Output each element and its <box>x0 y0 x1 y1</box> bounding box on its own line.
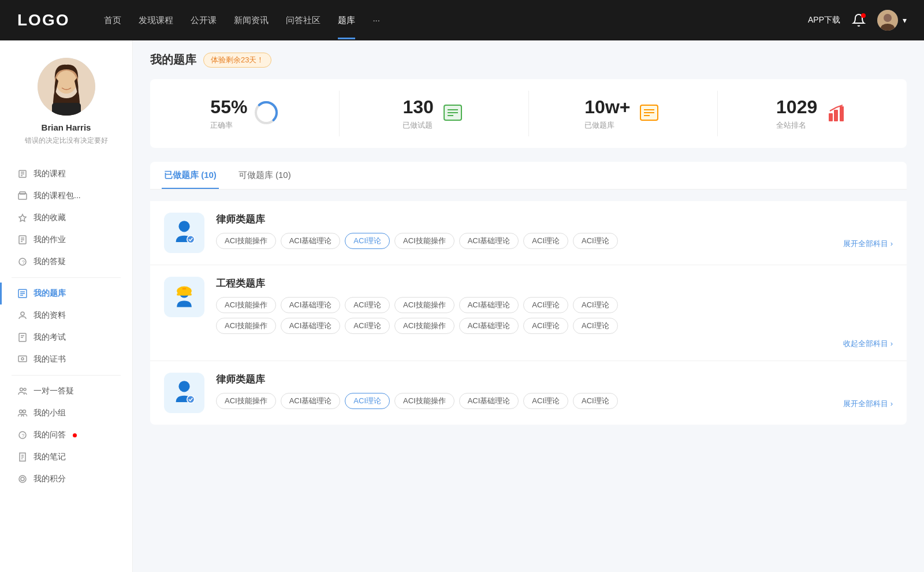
stat-done-banks-left: 10w+ 已做题库 <box>584 96 630 131</box>
tag-3-0[interactable]: ACI技能操作 <box>216 393 276 409</box>
group-icon <box>17 408 28 418</box>
sidebar-item-my-qa-label: 我的问答 <box>33 430 66 440</box>
stat-done-questions: 130 已做试题 <box>340 91 529 136</box>
my-qa-icon: ? <box>17 430 28 440</box>
user-chevron-icon: ▾ <box>903 16 907 25</box>
qbank-3-header: 律师类题库 ACI技能操作 ACI基础理论 ACI理论 ACI技能操作 ACI基… <box>164 373 893 413</box>
nav-open-course[interactable]: 公开课 <box>191 12 217 29</box>
tag-1-3[interactable]: ACI技能操作 <box>394 233 454 249</box>
sidebar-item-points[interactable]: 我的积分 <box>0 468 132 490</box>
sidebar-item-my-qa[interactable]: ? 我的问答 <box>0 424 132 446</box>
stat-accuracy-value: 55% <box>210 96 247 118</box>
sidebar-item-cert[interactable]: 我的证书 <box>0 348 132 370</box>
trial-badge: 体验剩余23天！ <box>203 53 271 68</box>
nav-qbank[interactable]: 题库 <box>338 12 355 29</box>
tag-2-6[interactable]: ACI理论 <box>573 297 618 313</box>
svg-rect-52 <box>840 106 844 121</box>
tag-2-1[interactable]: ACI基础理论 <box>281 297 341 313</box>
sidebar-item-notes[interactable]: 我的笔记 <box>0 446 132 468</box>
nav: 首页 发现课程 公开课 新闻资讯 问答社区 题库 ··· <box>104 12 808 29</box>
main-content: 我的题库 体验剩余23天！ 55% 正确率 <box>133 40 924 572</box>
notification-bell-icon[interactable] <box>852 13 866 27</box>
sidebar-item-favorites[interactable]: 我的收藏 <box>0 207 132 229</box>
tag-1-6[interactable]: ACI理论 <box>573 233 618 249</box>
qbank-1-header: 律师类题库 ACI技能操作 ACI基础理论 ACI理论 ACI技能操作 ACI基… <box>164 213 893 253</box>
profile-icon <box>17 310 28 321</box>
profile-motto: 错误的决定比没有决定要好 <box>25 136 108 146</box>
qbank-1-tags: ACI技能操作 ACI基础理论 ACI理论 ACI技能操作 ACI基础理论 AC… <box>216 233 893 249</box>
nav-discover[interactable]: 发现课程 <box>139 12 173 29</box>
app-download-button[interactable]: APP下载 <box>808 15 840 25</box>
tag-3-1[interactable]: ACI基础理论 <box>281 393 341 409</box>
tab-done-banks[interactable]: 已做题库 (10) <box>162 162 219 189</box>
tag-2-extra-2[interactable]: ACI理论 <box>345 318 390 334</box>
tag-3-3[interactable]: ACI技能操作 <box>394 393 454 409</box>
tag-3-6[interactable]: ACI理论 <box>573 393 618 409</box>
tab-available-banks[interactable]: 可做题库 (10) <box>236 162 293 189</box>
stat-done-banks-label: 已做题库 <box>584 120 630 131</box>
tag-2-4[interactable]: ACI基础理论 <box>459 297 519 313</box>
tag-1-1[interactable]: ACI基础理论 <box>281 233 341 249</box>
tag-2-extra-4[interactable]: ACI基础理论 <box>459 318 519 334</box>
tag-2-3[interactable]: ACI技能操作 <box>394 297 454 313</box>
nav-news[interactable]: 新闻资讯 <box>234 12 269 29</box>
qbank-3-expand[interactable]: 展开全部科目 › <box>843 399 893 409</box>
sidebar-item-qa-label: 我的答疑 <box>33 257 66 267</box>
qbank-item-1: 律师类题库 ACI技能操作 ACI基础理论 ACI理论 ACI技能操作 ACI基… <box>150 201 907 265</box>
page-title: 我的题库 <box>150 52 196 68</box>
tag-1-5[interactable]: ACI理论 <box>523 233 568 249</box>
svg-point-59 <box>178 381 189 392</box>
tag-2-extra-0[interactable]: ACI技能操作 <box>216 318 276 334</box>
sidebar-item-exam[interactable]: 我的考试 <box>0 326 132 348</box>
cert-icon <box>17 354 28 365</box>
sidebar-item-homework[interactable]: 我的作业 <box>0 229 132 251</box>
tag-1-2[interactable]: ACI理论 <box>345 233 390 249</box>
sidebar-menu: 我的课程 我的课程包... 我的收藏 我的作业 <box>0 163 132 490</box>
profile-section: Brian Harris 错误的决定比没有决定要好 <box>0 40 132 157</box>
nav-qa[interactable]: 问答社区 <box>286 12 321 29</box>
tag-3-5[interactable]: ACI理论 <box>523 393 568 409</box>
user-avatar-wrap[interactable]: ▾ <box>877 10 907 31</box>
sidebar-item-course[interactable]: 我的课程 <box>0 163 132 185</box>
stat-done-questions-left: 130 已做试题 <box>403 96 433 131</box>
tag-1-0[interactable]: ACI技能操作 <box>216 233 276 249</box>
sidebar-item-course-pkg[interactable]: 我的课程包... <box>0 185 132 207</box>
svg-rect-50 <box>829 113 833 121</box>
tag-1-4[interactable]: ACI基础理论 <box>459 233 519 249</box>
sidebar-item-profile2[interactable]: 我的资料 <box>0 304 132 326</box>
course-pkg-icon <box>17 191 28 201</box>
tutoring-icon <box>17 386 28 396</box>
stat-done-questions-value: 130 <box>403 96 433 118</box>
qbank-item-3: 律师类题库 ACI技能操作 ACI基础理论 ACI理论 ACI技能操作 ACI基… <box>150 361 907 425</box>
sidebar-item-tutoring[interactable]: 一对一答疑 <box>0 380 132 402</box>
star-icon <box>17 213 28 223</box>
avatar <box>877 10 898 31</box>
tag-2-5[interactable]: ACI理论 <box>523 297 568 313</box>
tag-2-extra-3[interactable]: ACI技能操作 <box>394 318 454 334</box>
tag-2-2[interactable]: ACI理论 <box>345 297 390 313</box>
stat-rank-label: 全站排名 <box>776 120 817 131</box>
nav-home[interactable]: 首页 <box>104 12 121 29</box>
qbank-1-expand[interactable]: 展开全部科目 › <box>843 239 893 249</box>
stat-rank: 1029 全站排名 <box>718 91 907 136</box>
sidebar-item-group[interactable]: 我的小组 <box>0 402 132 424</box>
svg-point-1 <box>884 14 892 22</box>
tag-2-extra-1[interactable]: ACI基础理论 <box>281 318 341 334</box>
qbank-2-collapse[interactable]: 收起全部科目 › <box>216 339 893 349</box>
tag-2-extra-6[interactable]: ACI理论 <box>573 318 618 334</box>
stat-done-questions-label: 已做试题 <box>403 120 433 131</box>
tag-2-0[interactable]: ACI技能操作 <box>216 297 276 313</box>
header-right: APP下载 ▾ <box>808 10 907 31</box>
sidebar-item-profile2-label: 我的资料 <box>33 310 66 321</box>
nav-more[interactable]: ··· <box>372 12 380 29</box>
svg-rect-58 <box>182 288 186 289</box>
sidebar-divider-2 <box>12 375 121 376</box>
tag-3-4[interactable]: ACI基础理论 <box>459 393 519 409</box>
sidebar-item-qa[interactable]: ? 我的答疑 <box>0 251 132 273</box>
header: LOGO 首页 发现课程 公开课 新闻资讯 问答社区 题库 ··· APP下载 <box>0 0 924 40</box>
sidebar-item-tutoring-label: 一对一答疑 <box>33 386 74 396</box>
tag-2-extra-5[interactable]: ACI理论 <box>523 318 568 334</box>
qbank-item-2: 工程类题库 ACI技能操作 ACI基础理论 ACI理论 ACI技能操作 ACI基… <box>150 265 907 361</box>
sidebar-item-qbank[interactable]: 我的题库 <box>0 283 132 304</box>
tag-3-2[interactable]: ACI理论 <box>345 393 390 409</box>
